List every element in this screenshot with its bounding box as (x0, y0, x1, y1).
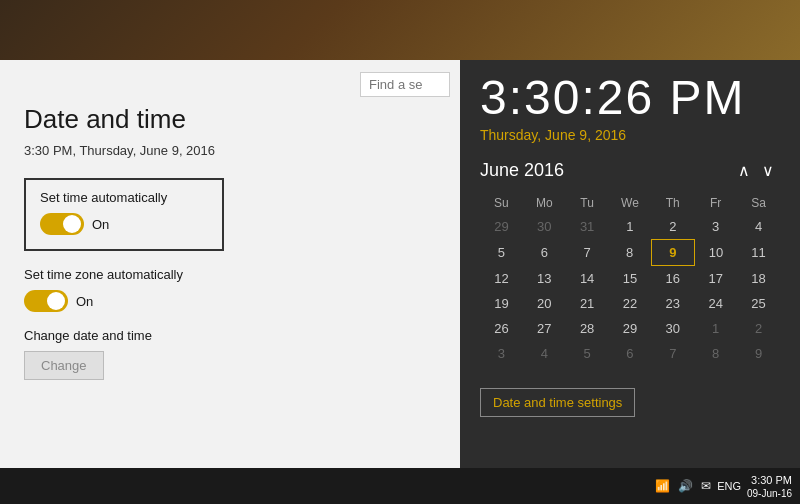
set-time-auto-block: Set time automatically On (24, 178, 224, 251)
calendar-day[interactable]: 29 (609, 316, 652, 341)
message-icon: ✉ (701, 479, 711, 493)
search-input[interactable] (360, 72, 450, 97)
clock-calendar-panel: 3:30:26 PM Thursday, June 9, 2016 June 2… (460, 60, 800, 468)
calendar-day[interactable]: 6 (523, 240, 566, 266)
taskbar-time: 3:30 PM (751, 473, 792, 487)
calendar-dow-fr: Fr (694, 192, 737, 214)
clock-time: 3:30:26 PM (480, 70, 780, 125)
calendar-day[interactable]: 28 (566, 316, 609, 341)
date-time-settings-button[interactable]: Date and time settings (480, 388, 635, 417)
calendar-day[interactable]: 3 (694, 214, 737, 240)
calendar-day[interactable]: 8 (609, 240, 652, 266)
calendar-day[interactable]: 14 (566, 266, 609, 292)
calendar-day[interactable]: 3 (480, 341, 523, 366)
calendar-day[interactable]: 22 (609, 291, 652, 316)
calendar-day[interactable]: 7 (566, 240, 609, 266)
calendar-day[interactable]: 31 (566, 214, 609, 240)
calendar-day[interactable]: 12 (480, 266, 523, 292)
calendar-next-btn[interactable]: ∨ (756, 159, 780, 182)
calendar-day[interactable]: 26 (480, 316, 523, 341)
calendar-week-3: 19202122232425 (480, 291, 780, 316)
settings-panel: Date and time 3:30 PM, Thursday, June 9,… (0, 60, 460, 468)
calendar-day[interactable]: 13 (523, 266, 566, 292)
calendar-dow-su: Su (480, 192, 523, 214)
calendar-day[interactable]: 6 (609, 341, 652, 366)
calendar-dow-tu: Tu (566, 192, 609, 214)
volume-icon: 🔊 (678, 479, 693, 493)
calendar-day[interactable]: 8 (694, 341, 737, 366)
set-time-auto-label: Set time automatically (40, 190, 208, 205)
change-datetime-block: Change date and time Change (24, 328, 436, 380)
calendar-header: June 2016 ∧ ∨ (480, 159, 780, 182)
calendar-day[interactable]: 11 (737, 240, 780, 266)
set-timezone-auto-value: On (76, 294, 93, 309)
calendar-day[interactable]: 29 (480, 214, 523, 240)
calendar-day[interactable]: 5 (480, 240, 523, 266)
calendar-day[interactable]: 27 (523, 316, 566, 341)
calendar: June 2016 ∧ ∨ SuMoTuWeThFrSa 29303112345… (480, 159, 780, 458)
set-timezone-auto-toggle-row: On (24, 290, 436, 312)
calendar-week-0: 2930311234 (480, 214, 780, 240)
change-button[interactable]: Change (24, 351, 104, 380)
calendar-day[interactable]: 18 (737, 266, 780, 292)
calendar-day[interactable]: 21 (566, 291, 609, 316)
calendar-day[interactable]: 2 (737, 316, 780, 341)
calendar-day[interactable]: 25 (737, 291, 780, 316)
set-time-auto-toggle-row: On (40, 213, 208, 235)
change-datetime-label: Change date and time (24, 328, 436, 343)
calendar-day[interactable]: 10 (694, 240, 737, 266)
calendar-day[interactable]: 2 (651, 214, 694, 240)
taskbar-language: ENG (717, 480, 741, 492)
calendar-day[interactable]: 15 (609, 266, 652, 292)
calendar-day[interactable]: 7 (651, 341, 694, 366)
calendar-day[interactable]: 4 (523, 341, 566, 366)
calendar-day[interactable]: 30 (651, 316, 694, 341)
calendar-day[interactable]: 9 (651, 240, 694, 266)
calendar-month-year: June 2016 (480, 160, 732, 181)
set-timezone-auto-toggle[interactable] (24, 290, 68, 312)
search-bar (360, 72, 450, 97)
set-time-auto-value: On (92, 217, 109, 232)
clock-date: Thursday, June 9, 2016 (480, 127, 780, 143)
calendar-dow-we: We (609, 192, 652, 214)
set-timezone-auto-block: Set time zone automatically On (24, 267, 436, 312)
calendar-week-4: 262728293012 (480, 316, 780, 341)
page-title: Date and time (24, 104, 436, 135)
calendar-day[interactable]: 23 (651, 291, 694, 316)
main-area: Date and time 3:30 PM, Thursday, June 9,… (0, 60, 800, 468)
set-timezone-auto-label: Set time zone automatically (24, 267, 436, 282)
calendar-week-2: 12131415161718 (480, 266, 780, 292)
calendar-dow-th: Th (651, 192, 694, 214)
calendar-day[interactable]: 30 (523, 214, 566, 240)
taskbar-clock[interactable]: 3:30 PM 09-Jun-16 (747, 473, 792, 498)
calendar-dow-mo: Mo (523, 192, 566, 214)
calendar-grid: SuMoTuWeThFrSa 2930311234567891011121314… (480, 192, 780, 366)
taskbar: 📶 🔊 ✉ ENG 3:30 PM 09-Jun-16 (0, 468, 800, 504)
taskbar-system-icons: 📶 🔊 ✉ (655, 479, 711, 493)
calendar-day[interactable]: 4 (737, 214, 780, 240)
calendar-week-1: 567891011 (480, 240, 780, 266)
calendar-day[interactable]: 19 (480, 291, 523, 316)
calendar-day[interactable]: 1 (609, 214, 652, 240)
calendar-days-of-week: SuMoTuWeThFrSa (480, 192, 780, 214)
calendar-body: 2930311234567891011121314151617181920212… (480, 214, 780, 366)
calendar-day[interactable]: 9 (737, 341, 780, 366)
calendar-day[interactable]: 1 (694, 316, 737, 341)
current-datetime-text: 3:30 PM, Thursday, June 9, 2016 (24, 143, 436, 158)
calendar-prev-btn[interactable]: ∧ (732, 159, 756, 182)
calendar-day[interactable]: 16 (651, 266, 694, 292)
calendar-dow-sa: Sa (737, 192, 780, 214)
calendar-week-5: 3456789 (480, 341, 780, 366)
calendar-day[interactable]: 20 (523, 291, 566, 316)
top-image-bar (0, 0, 800, 60)
network-icon: 📶 (655, 479, 670, 493)
calendar-day[interactable]: 17 (694, 266, 737, 292)
set-time-auto-toggle[interactable] (40, 213, 84, 235)
calendar-day[interactable]: 5 (566, 341, 609, 366)
calendar-day[interactable]: 24 (694, 291, 737, 316)
taskbar-date: 09-Jun-16 (747, 488, 792, 499)
